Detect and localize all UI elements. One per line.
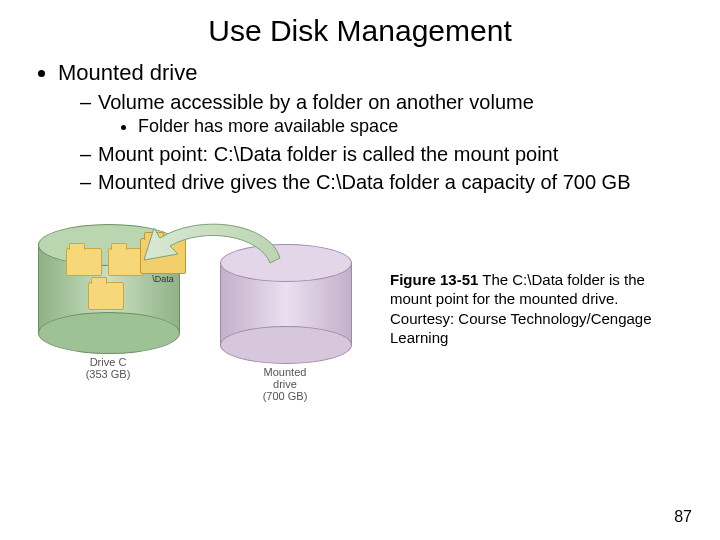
bullet-ss1: Folder has more available space <box>138 116 690 138</box>
bullet-s3: Mounted drive gives the C:\Data folder a… <box>80 170 690 194</box>
drive-c-cylinder: \Data <box>38 224 178 354</box>
folder-icon <box>66 248 102 276</box>
bullet-s2: Mount point: C:\Data folder is called th… <box>80 142 690 166</box>
bullet-s1-text: Volume accessible by a folder on another… <box>98 91 534 113</box>
figure-area: \Data Drive C (353 GB) Mounted drive (70… <box>30 214 690 404</box>
page-title: Use Disk Management <box>30 14 690 48</box>
figure-number: Figure 13-51 <box>390 271 478 288</box>
page-number: 87 <box>674 508 692 526</box>
data-folder-icon <box>140 238 186 274</box>
folder-icon <box>88 282 124 310</box>
diagram: \Data Drive C (353 GB) Mounted drive (70… <box>30 214 370 404</box>
cyl-bottom <box>220 326 352 364</box>
data-folder-label: \Data <box>138 274 188 284</box>
mounted-drive-cylinder <box>220 244 350 364</box>
cyl-top <box>220 244 352 282</box>
cyl-bottom <box>38 312 180 354</box>
bullet-l1: Mounted drive Volume accessible by a fol… <box>58 60 690 194</box>
bullet-s1: Volume accessible by a folder on another… <box>80 90 690 138</box>
subsub-list: Folder has more available space <box>98 116 690 138</box>
sub-list: Volume accessible by a folder on another… <box>58 90 690 194</box>
drive-c-caption: Drive C (353 GB) <box>38 356 178 380</box>
folder-icon <box>108 248 144 276</box>
bullet-list: Mounted drive Volume accessible by a fol… <box>30 60 690 194</box>
bullet-l1-text: Mounted drive <box>58 60 197 85</box>
figure-caption: Figure 13-51 The C:\Data folder is the m… <box>390 270 690 348</box>
mounted-drive-caption: Mounted drive (700 GB) <box>215 366 355 402</box>
slide: Use Disk Management Mounted drive Volume… <box>0 0 720 540</box>
